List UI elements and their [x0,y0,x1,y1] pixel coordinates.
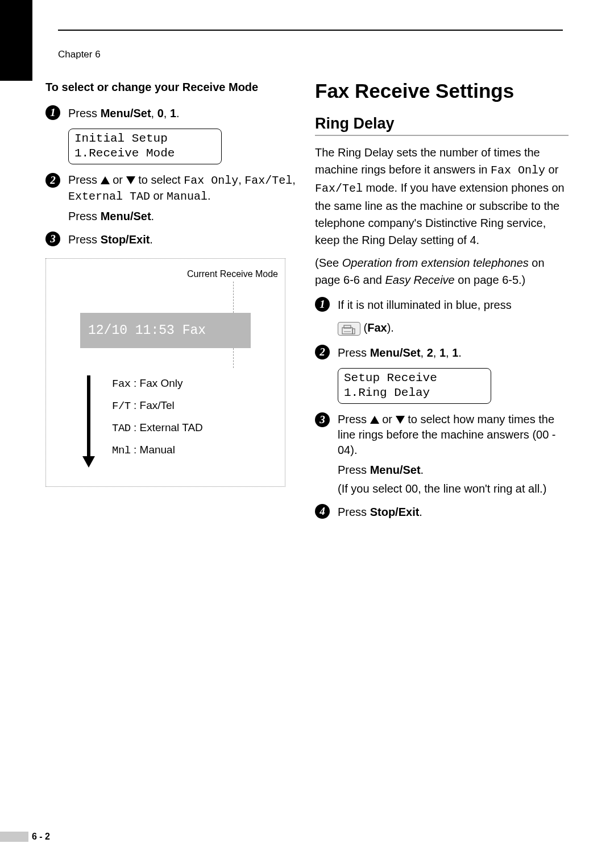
text: , [238,173,244,186]
up-arrow-icon [101,176,110,184]
lcd-display: 12/10 11:53 Fax [80,313,251,348]
step-badge-2: 2 [45,173,60,188]
ring-delay-paragraph-1: The Ring Delay sets the number of times … [315,144,569,249]
page: Chapter 6 To select or change your Recei… [0,0,614,868]
key-1b: 1 [452,346,458,359]
text: (See [315,257,342,269]
text: . [150,233,153,246]
opt-fax-tel: Fax/Tel [244,174,292,187]
h1-fax-receive-settings: Fax Receive Settings [315,80,569,102]
step3-note: (If you select 00, the line won't ring a… [338,481,569,497]
text: , [421,346,427,359]
left-step-3-body: Press Stop/Exit. [68,231,299,248]
mode-label: : Manual [131,444,175,456]
fax-only-code: Fax Only [491,164,545,177]
svg-rect-3 [352,329,355,334]
fax-label: Fax [367,321,387,334]
menu-set: Menu/Set [101,107,151,119]
text: ). [387,321,394,334]
right-step-2-body: Press Menu/Set, 2, 1, 1. [338,344,569,361]
side-black-tab [0,0,32,81]
fax-button-row: (Fax). [338,319,569,336]
fax-tel-code: Fax/Tel [315,182,363,195]
text: , [151,107,157,119]
fax-icon [342,325,355,335]
text: or [110,173,126,186]
text: Press [68,107,101,119]
text: , [433,346,439,359]
text: . [176,107,180,119]
right-step-3-body: Press or to select how many times the li… [338,412,569,497]
step-badge-2: 2 [315,345,330,359]
step1-line1: If it is not illuminated in blue, press [338,296,569,313]
right-step-3: 3 Press or to select how many times the … [315,412,569,497]
key-2: 2 [427,346,433,359]
text: , [164,107,170,119]
text: or [545,163,558,176]
text: Press [68,173,101,186]
fax-button[interactable] [338,322,360,336]
text: . [208,189,211,202]
menu-set: Menu/Set [101,210,151,222]
step-badge-4: 4 [315,504,330,519]
left-step-2-body: Press or to select Fax Only, Fax/Tel, Ex… [68,172,299,224]
ring-delay-paragraph-2: (See Operation from extension telephones… [315,254,569,288]
left-step-2: 2 Press or to select Fax Only, Fax/Tel, … [45,172,299,224]
down-arrow-icon [396,416,405,424]
text: Press [338,506,370,518]
header-rule [58,30,563,31]
ref-easy-receive: Easy Receive [385,274,454,286]
dashed-connector-bottom [233,348,234,368]
h2-ring-delay: Ring Delay [315,115,569,136]
right-step-2: 2 Press Menu/Set, 2, 1, 1. [315,344,569,361]
footer-gray-tab [0,832,28,842]
mode-label: : Fax Only [131,377,183,389]
page-number: 6 - 2 [32,832,50,842]
left-heading: To select or change your Receive Mode [45,80,299,94]
opt-manual: Manual [167,190,208,203]
down-arrow-icon [126,176,135,184]
right-step-1-body: If it is not illuminated in blue, press … [338,296,569,336]
text: or [150,189,167,202]
text: Press [338,464,370,476]
text: Press [68,210,101,222]
lcd-initial-setup: Initial Setup 1.Receive Mode [68,129,222,164]
stop-exit: Stop/Exit [101,233,150,246]
text: Press [338,413,370,425]
lcd-line2: 1.Receive Mode [74,146,215,161]
up-arrow-icon [370,416,379,424]
lcd-line1: Initial Setup [74,131,215,146]
text: . [151,210,155,222]
down-arrow-bar [87,375,90,460]
text: or [379,413,396,425]
text: on page 6-5.) [455,274,526,286]
dashed-connector-top [233,282,234,313]
stop-exit: Stop/Exit [370,506,420,518]
content-columns: To select or change your Receive Mode 1 … [45,80,569,527]
diagram-label: Current Receive Mode [187,269,278,279]
lcd-line1: Setup Receive [344,371,485,386]
key-0: 0 [157,107,164,119]
lcd-line2: 1.Ring Delay [344,386,485,400]
key-1a: 1 [439,346,446,359]
mode-row: TAD : External TAD [112,417,203,439]
svg-rect-0 [342,328,352,334]
text: . [458,346,462,359]
opt-fax-only: Fax Only [184,174,238,187]
lcd-setup-receive: Setup Receive 1.Ring Delay [338,368,491,404]
menu-set: Menu/Set [370,346,421,359]
right-step-1: 1 If it is not illuminated in blue, pres… [315,296,569,336]
left-step-1: 1 Press Menu/Set, 0, 1. [45,105,299,122]
text: , [446,346,452,359]
left-step-3: 3 Press Stop/Exit. [45,231,299,248]
mode-code: F/T [112,400,131,412]
step-badge-3: 3 [45,232,60,246]
opt-ext-tad: External TAD [68,190,150,203]
key-1: 1 [170,107,176,119]
receive-mode-diagram: Current Receive Mode 12/10 11:53 Fax Fax… [45,258,285,487]
step-badge-1: 1 [315,297,330,312]
text: . [421,464,424,476]
mode-row: F/T : Fax/Tel [112,395,203,417]
text: to select [135,173,184,186]
step-badge-1: 1 [45,105,60,120]
